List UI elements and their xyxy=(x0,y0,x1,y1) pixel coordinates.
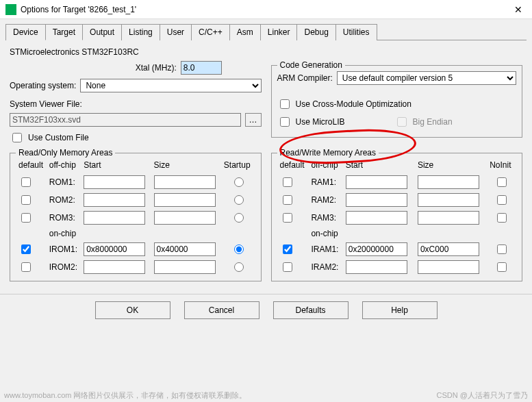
start-input[interactable] xyxy=(346,193,407,207)
noinit-checkbox[interactable] xyxy=(497,213,507,223)
size-input[interactable] xyxy=(418,260,479,274)
startup-radio[interactable] xyxy=(234,244,244,254)
start-input[interactable] xyxy=(84,211,145,225)
defaults-button[interactable]: Defaults xyxy=(273,301,349,319)
microlib-checkbox[interactable] xyxy=(280,117,290,127)
tab-debug[interactable]: Debug xyxy=(296,24,335,40)
default-checkbox[interactable] xyxy=(21,213,31,223)
arm-compiler-label: ARM Compiler: xyxy=(277,73,333,83)
default-checkbox[interactable] xyxy=(21,195,31,205)
start-input[interactable] xyxy=(84,260,145,274)
cross-opt-label: Use Cross-Module Optimization xyxy=(296,99,411,109)
table-row: IRAM1: xyxy=(279,241,516,257)
cross-opt-checkbox[interactable] xyxy=(280,99,290,109)
close-icon[interactable]: ✕ xyxy=(510,4,527,15)
readwrite-memory-group: Read/Write Memory Areas defaultoff-chipS… xyxy=(271,153,523,281)
startup-radio[interactable] xyxy=(234,195,244,205)
table-row: IROM1: xyxy=(17,241,254,257)
default-checkbox[interactable] xyxy=(283,262,292,272)
col-header: off-chip xyxy=(48,160,81,173)
svf-browse-button[interactable]: … xyxy=(245,113,262,127)
tab-asm[interactable]: Asm xyxy=(229,24,261,40)
cancel-button[interactable]: Cancel xyxy=(184,301,259,319)
target-panel: STMicroelectronics STM32F103RC Xtal (MHz… xyxy=(0,40,532,288)
table-row: IRAM2: xyxy=(279,259,516,275)
tab-listing[interactable]: Listing xyxy=(121,24,160,40)
titlebar: Options for Target '8266_test_1' ✕ xyxy=(0,0,532,19)
default-checkbox[interactable] xyxy=(283,213,292,223)
device-name: STMicroelectronics STM32F103RC xyxy=(10,47,139,57)
rw-legend: Read/Write Memory Areas xyxy=(277,148,379,158)
size-input[interactable] xyxy=(154,260,216,274)
table-row: RAM2: xyxy=(279,192,516,208)
tab-cc[interactable]: C/C++ xyxy=(191,24,230,40)
col-header: default xyxy=(17,160,47,173)
start-input[interactable] xyxy=(84,175,145,189)
start-input[interactable] xyxy=(346,211,407,225)
table-row: ROM1: xyxy=(17,174,254,190)
table-row: ROM2: xyxy=(17,192,254,208)
readonly-memory-group: Read/Only Memory Areas defaultoff-chipSt… xyxy=(10,153,262,281)
tab-target[interactable]: Target xyxy=(45,24,83,40)
startup-radio[interactable] xyxy=(234,177,244,187)
mem-label: ROM3: xyxy=(48,210,81,226)
size-input[interactable] xyxy=(154,193,216,207)
startup-radio[interactable] xyxy=(234,213,244,223)
col-header: off-chip xyxy=(309,160,342,173)
ro-table: defaultoff-chipStartSizeStartupROM1:ROM2… xyxy=(16,159,255,277)
os-select[interactable]: None xyxy=(80,79,261,92)
default-checkbox[interactable] xyxy=(283,244,292,254)
startup-radio[interactable] xyxy=(234,262,244,272)
start-input[interactable] xyxy=(84,242,145,256)
noinit-checkbox[interactable] xyxy=(497,244,507,254)
default-checkbox[interactable] xyxy=(21,262,31,272)
code-generation-group: Code Generation ARM Compiler: Use defaul… xyxy=(271,65,523,138)
noinit-checkbox[interactable] xyxy=(497,195,507,205)
noinit-checkbox[interactable] xyxy=(497,177,507,187)
size-input[interactable] xyxy=(154,211,216,225)
big-endian-label: Big Endian xyxy=(413,117,453,127)
size-input[interactable] xyxy=(418,175,479,189)
size-input[interactable] xyxy=(154,242,216,256)
tab-output[interactable]: Output xyxy=(82,24,122,40)
size-input[interactable] xyxy=(418,242,479,256)
start-input[interactable] xyxy=(346,260,407,274)
size-input[interactable] xyxy=(418,211,479,225)
mem-label: RAM3: xyxy=(309,210,342,226)
window-title: Options for Target '8266_test_1' xyxy=(21,5,510,14)
default-checkbox[interactable] xyxy=(21,244,31,254)
microlib-label: Use MicroLIB xyxy=(296,117,345,127)
default-checkbox[interactable] xyxy=(283,195,292,205)
button-bar: OK Cancel Defaults Help xyxy=(0,294,532,326)
os-label: Operating system: xyxy=(10,81,76,90)
use-custom-file-checkbox[interactable] xyxy=(12,133,22,142)
tab-linker[interactable]: Linker xyxy=(260,24,298,40)
default-checkbox[interactable] xyxy=(283,177,292,187)
xtal-label: Xtal (MHz): xyxy=(136,63,177,73)
help-button[interactable]: Help xyxy=(362,301,438,319)
noinit-checkbox[interactable] xyxy=(497,262,507,272)
size-input[interactable] xyxy=(418,193,479,207)
size-input[interactable] xyxy=(154,175,216,189)
tab-device[interactable]: Device xyxy=(5,24,46,40)
use-custom-file-label: Use Custom File xyxy=(28,133,89,142)
start-input[interactable] xyxy=(84,193,145,207)
table-row: ROM3: xyxy=(17,210,254,226)
code-gen-legend: Code Generation xyxy=(277,60,345,70)
xtal-input[interactable] xyxy=(181,61,222,75)
start-input[interactable] xyxy=(346,175,407,189)
default-checkbox[interactable] xyxy=(21,177,31,187)
csdn-watermark: CSDN @人活着只为了雪乃 xyxy=(437,390,528,401)
svf-input xyxy=(10,113,241,127)
tab-user[interactable]: User xyxy=(160,24,192,40)
arm-compiler-select[interactable]: Use default compiler version 5 xyxy=(337,71,516,85)
start-input[interactable] xyxy=(346,242,407,256)
col-header: Startup xyxy=(223,160,254,173)
table-row: IROM2: xyxy=(17,259,254,275)
onchip-label: on-chip xyxy=(309,227,342,240)
tab-utilities[interactable]: Utilities xyxy=(335,24,377,40)
ok-button[interactable]: OK xyxy=(95,301,170,319)
watermark-text: www.toymoban.com 网络图片仅供展示，非存储，如有侵权请联系删除。 xyxy=(4,390,246,401)
col-header: default xyxy=(279,160,309,173)
col-header: Size xyxy=(416,160,487,173)
